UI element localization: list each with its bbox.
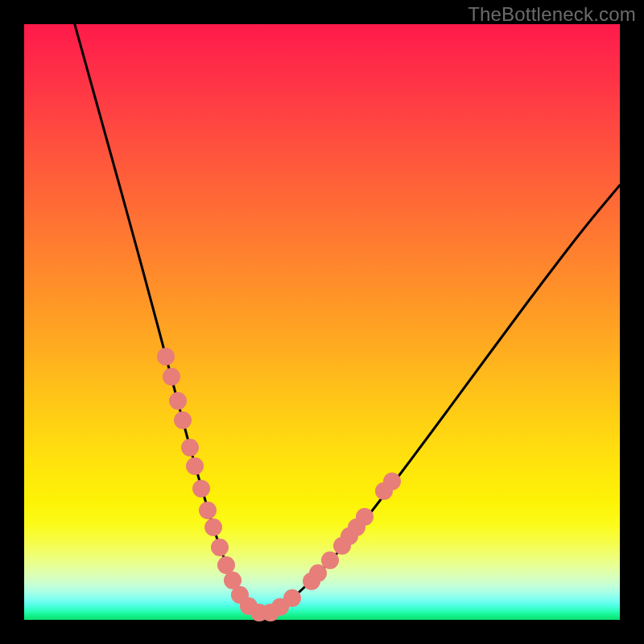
- highlight-dot: [356, 508, 374, 526]
- highlight-dots: [157, 348, 401, 621]
- curve-line: [72, 16, 620, 613]
- highlight-dot: [309, 564, 327, 582]
- chart-svg: [24, 24, 620, 620]
- bottleneck-curve-path: [72, 16, 620, 613]
- highlight-dot: [192, 480, 210, 497]
- highlight-dot: [186, 457, 204, 475]
- highlight-dot: [211, 539, 229, 556]
- highlight-dot: [199, 502, 217, 519]
- highlight-dot: [283, 589, 301, 607]
- highlight-dot: [181, 439, 199, 456]
- chart-frame: TheBottleneck.com: [0, 0, 644, 644]
- highlight-dot: [321, 551, 339, 569]
- highlight-dot: [204, 518, 222, 536]
- highlight-dot: [157, 348, 175, 365]
- highlight-dot: [174, 411, 192, 429]
- highlight-dot: [163, 368, 180, 386]
- highlight-dot: [383, 473, 401, 490]
- highlight-dot: [169, 392, 187, 410]
- watermark-label: TheBottleneck.com: [468, 3, 636, 26]
- chart-plot-area: [24, 24, 620, 620]
- highlight-dot: [217, 556, 235, 574]
